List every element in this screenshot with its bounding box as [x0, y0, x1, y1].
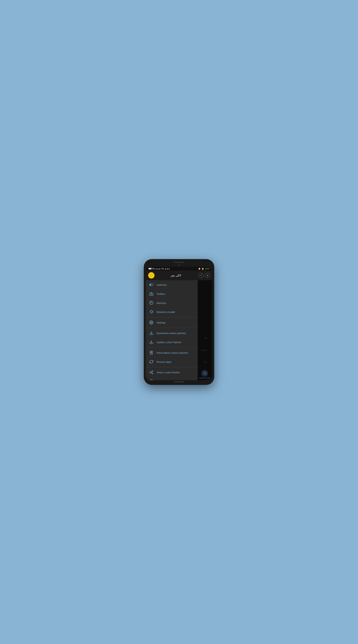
switches-icon — [149, 282, 154, 287]
update-icon — [149, 340, 154, 344]
settings-label: Settings — [156, 321, 166, 324]
svg-line-16 — [151, 373, 152, 373]
menu-item-switches[interactable]: Switches — [146, 280, 198, 289]
divider-3 — [146, 347, 198, 348]
help-label: Help — [156, 380, 162, 380]
latest-patches-label: Show latest custom patches — [156, 351, 188, 354]
download-patches-label: Download custom patches — [156, 332, 186, 334]
svg-line-17 — [151, 372, 152, 372]
silent-icon: 🔔 — [202, 268, 204, 270]
menu-item-rescan[interactable]: Rescan Apps — [146, 357, 198, 366]
info-button[interactable]: ℹ — [205, 273, 210, 278]
battery-icon — [148, 268, 152, 270]
phone-speaker — [174, 262, 184, 263]
menu-item-latest-patches[interactable]: Show latest custom patches — [146, 348, 198, 357]
svg-point-5 — [151, 322, 152, 323]
rebuild-icon — [149, 310, 154, 314]
app-title: لاکی پچر — [154, 274, 197, 277]
rebuild-label: Rebuild & Install — [156, 310, 175, 314]
info-icon: ℹ — [207, 274, 208, 277]
phone-camera — [178, 264, 180, 266]
backups-label: Backups — [156, 302, 166, 304]
backups-icon — [149, 301, 154, 305]
phone-screen: 86 ▲▲▲ 4G ▲▲▲ ⏰ 🔔 ۱۲:۴۱ 🙂 لاکی پچر ? — [146, 267, 212, 380]
share-label: Share Lucky Patcher — [156, 371, 180, 374]
battery-level: 86 — [152, 268, 154, 270]
rescan-icon — [149, 360, 154, 364]
switches-label: Switches — [156, 284, 166, 286]
menu-item-download-patches[interactable]: Download custom patches — [146, 328, 198, 338]
svg-point-1 — [150, 284, 151, 285]
alarm-icon: ⏰ — [198, 268, 201, 270]
help-circle-icon — [149, 379, 154, 380]
status-bar: 86 ▲▲▲ 4G ▲▲▲ ⏰ 🔔 ۱۲:۴۱ — [146, 267, 212, 270]
phone-device: 86 ▲▲▲ 4G ▲▲▲ ⏰ 🔔 ۱۲:۴۱ 🙂 لاکی پچر ? — [144, 259, 214, 385]
menu-item-backups[interactable]: Backups — [146, 298, 198, 308]
latest-patches-icon — [149, 350, 154, 355]
toolbox-label: Toolbox — [156, 292, 165, 295]
app-logo: 🙂 — [148, 272, 154, 278]
settings-icon — [149, 320, 154, 325]
menu-item-rebuild[interactable]: Rebuild & Install — [146, 308, 198, 316]
status-left: 86 ▲▲▲ 4G ▲▲▲ — [148, 268, 170, 270]
menu-item-settings[interactable]: Settings — [146, 318, 198, 327]
menu-item-help[interactable]: Help — [146, 377, 198, 380]
screen-content: set where les/ Rebuild & Install — [146, 280, 212, 380]
network-type: 4G — [162, 268, 164, 270]
phone-bottom-bar — [174, 382, 184, 382]
header-icons: ? ℹ — [198, 273, 210, 278]
menu-item-toolbox[interactable]: Toolbox — [146, 289, 198, 298]
update-label: Update Lucky Patcher — [156, 341, 181, 344]
toolbox-icon — [149, 292, 154, 296]
time-display: ۱۲:۴۱ — [205, 268, 210, 270]
app-header: 🙂 لاکی پچر ? ℹ — [146, 270, 212, 280]
logo-emoji: 🙂 — [149, 273, 154, 278]
download-patches-icon — [149, 331, 154, 335]
status-right: ⏰ 🔔 ۱۲:۴۱ — [198, 268, 210, 270]
svg-point-18 — [150, 380, 153, 380]
signal-icon2: ▲▲▲ — [164, 268, 170, 270]
signal-icon: ▲▲▲ — [155, 268, 161, 270]
share-icon — [149, 370, 154, 374]
menu-item-update[interactable]: Update Lucky Patcher — [146, 338, 198, 347]
navigation-drawer: Switches Toolbox — [146, 280, 198, 380]
help-icon: ? — [200, 274, 202, 277]
rescan-label: Rescan Apps — [156, 360, 171, 363]
help-button[interactable]: ? — [198, 273, 204, 278]
menu-item-share[interactable]: Share Lucky Patcher — [146, 368, 198, 377]
